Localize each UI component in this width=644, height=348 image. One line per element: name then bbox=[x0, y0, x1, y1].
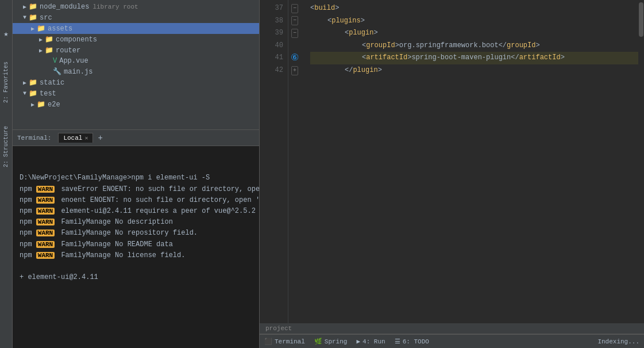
folder-icon-static: 📁 bbox=[29, 78, 37, 87]
tree-label-src: src bbox=[40, 14, 52, 22]
terminal-toolbar-label: Terminal bbox=[275, 338, 305, 345]
code-line-37: <build> bbox=[310, 2, 638, 15]
terminal-toolbar-icon: ⬛ bbox=[264, 338, 272, 345]
favorites-star-icon[interactable]: ★ bbox=[3, 29, 8, 39]
tree-label-app-vue: App.vue bbox=[59, 57, 88, 65]
folder-icon-node-modules: 📁 bbox=[29, 2, 37, 11]
tree-arrow-static: ▶ bbox=[21, 79, 29, 86]
side-label-favorites[interactable]: 2: Favorites bbox=[3, 62, 9, 103]
tree-label-static: static bbox=[40, 79, 64, 87]
tree-suffix-node-modules: library root bbox=[92, 3, 138, 10]
folder-icon-router: 📁 bbox=[45, 46, 53, 55]
side-label-structure[interactable]: 2: Structure bbox=[3, 126, 9, 167]
run-toolbar-label: 4: Run bbox=[363, 338, 385, 345]
folder-icon-e2e: 📁 bbox=[37, 100, 45, 109]
toolbar-spring[interactable]: 🌿 Spring bbox=[314, 338, 348, 345]
code-line-40: <groupId>org.springframework.boot</group… bbox=[310, 40, 638, 52]
tree-item-src[interactable]: ▼ 📁 src bbox=[13, 12, 259, 23]
terminal-tab-close-icon[interactable]: ✕ bbox=[84, 135, 88, 142]
tree-item-e2e[interactable]: ▶ 📁 e2e bbox=[13, 99, 259, 110]
code-editor[interactable]: <build> <plugins> <plugin> <groupId>org.… bbox=[301, 0, 638, 323]
file-tree: ▶ 📁 node_modules library root ▼ 📁 src ▶ … bbox=[13, 0, 259, 129]
todo-toolbar-label: 6: TODO bbox=[403, 338, 429, 345]
line-num-42: 42 bbox=[264, 64, 283, 77]
tree-arrow-node-modules: ▶ bbox=[21, 3, 29, 10]
run-toolbar-icon: ▶ bbox=[356, 338, 360, 345]
tree-label-main-js: main.js bbox=[64, 68, 92, 76]
folder-icon-assets: 📁 bbox=[37, 24, 45, 33]
terminal-label: Terminal: bbox=[17, 135, 51, 142]
terminal-line-blank-2 bbox=[20, 162, 252, 173]
toolbar-status: Indexing... bbox=[597, 338, 639, 345]
terminal-line-warn-4: npm WARN FamilyManage No description bbox=[20, 217, 252, 228]
fold-icon-42[interactable]: + bbox=[291, 66, 298, 75]
folder-icon-test: 📁 bbox=[29, 89, 37, 98]
tree-label-assets: assets bbox=[48, 25, 72, 33]
terminal-line-blank-3 bbox=[20, 261, 252, 272]
fold-icon-39[interactable]: − bbox=[291, 29, 298, 38]
line-num-39: 39 bbox=[264, 27, 283, 40]
line-num-40: 40 bbox=[264, 40, 283, 52]
editor-gutter: − − − ⑥ + bbox=[288, 0, 301, 323]
tree-item-router[interactable]: ▶ 📁 router bbox=[13, 45, 259, 56]
vue-icon-app: V bbox=[53, 57, 57, 65]
gutter-40 bbox=[288, 40, 301, 52]
terminal-section: Terminal: Local ✕ + D:\NewProject\Family… bbox=[13, 129, 259, 348]
tree-label-node-modules: node_modules bbox=[40, 3, 89, 11]
tree-arrow-test: ▼ bbox=[21, 90, 29, 97]
side-panel: ★ 2: Favorites 2: Structure bbox=[0, 0, 13, 348]
gutter-38: − bbox=[288, 15, 301, 28]
code-line-39: <plugin> bbox=[310, 27, 638, 40]
todo-toolbar-icon: ☰ bbox=[395, 338, 400, 345]
terminal-tabs-bar: Terminal: Local ✕ + bbox=[13, 130, 259, 146]
tree-arrow-components: ▶ bbox=[37, 36, 45, 43]
tree-arrow-assets: ▶ bbox=[29, 25, 37, 32]
indexing-status: Indexing... bbox=[597, 338, 639, 345]
terminal-line-prompt: D:\NewProject\FamilyManage>npm i element… bbox=[20, 173, 252, 183]
terminal-line-warn-6: npm WARN FamilyManage No README data bbox=[20, 239, 252, 250]
terminal-tab-add-button[interactable]: + bbox=[95, 133, 105, 143]
folder-icon-components: 📁 bbox=[45, 35, 53, 44]
terminal-line-warn-7: npm WARN FamilyManage No license field. bbox=[20, 250, 252, 261]
tree-item-assets[interactable]: ▶ 📁 assets bbox=[13, 23, 259, 34]
fold-icon-38[interactable]: − bbox=[291, 16, 298, 25]
tree-label-components: components bbox=[56, 36, 97, 44]
gutter-42: + bbox=[288, 64, 301, 77]
bottom-toolbar: ⬛ Terminal 🌿 Spring ▶ 4: Run ☰ 6: TODO I… bbox=[260, 334, 644, 348]
terminal-line-result: + element-ui@2.4.11 bbox=[20, 272, 252, 283]
breadcrumb-text: project bbox=[265, 325, 292, 332]
tree-item-static[interactable]: ▶ 📁 static bbox=[13, 77, 259, 88]
bookmark-icon-41: ⑥ bbox=[291, 53, 299, 63]
terminal-line-blank-1 bbox=[20, 151, 252, 162]
tree-item-components[interactable]: ▶ 📁 components bbox=[13, 34, 259, 45]
tree-item-main-js[interactable]: 🔧 main.js bbox=[13, 66, 259, 77]
line-num-38: 38 bbox=[264, 15, 283, 28]
editor-area: 37 38 39 40 41 42 − − − bbox=[260, 0, 644, 348]
tree-item-node-modules[interactable]: ▶ 📁 node_modules library root bbox=[13, 1, 259, 12]
tree-item-test[interactable]: ▼ 📁 test bbox=[13, 88, 259, 99]
tree-label-router: router bbox=[56, 47, 80, 55]
terminal-line-warn-2: npm WARN enoent ENOENT: no such file or … bbox=[20, 195, 252, 206]
toolbar-todo[interactable]: ☰ 6: TODO bbox=[395, 338, 429, 345]
gutter-39: − bbox=[288, 27, 301, 40]
file-tree-sidebar: ▶ 📁 node_modules library root ▼ 📁 src ▶ … bbox=[13, 0, 260, 348]
terminal-tab-local[interactable]: Local ✕ bbox=[58, 133, 93, 143]
editor-scrollbar[interactable] bbox=[638, 0, 644, 323]
line-num-37: 37 bbox=[264, 2, 283, 15]
fold-icon-37[interactable]: − bbox=[291, 4, 298, 13]
code-line-41: <artifactId>spring-boot-maven-plugin</ar… bbox=[310, 52, 638, 64]
line-numbers: 37 38 39 40 41 42 bbox=[260, 0, 288, 323]
gutter-41: ⑥ bbox=[288, 52, 301, 64]
tree-arrow-src: ▼ bbox=[21, 14, 29, 21]
tree-item-app-vue[interactable]: V App.vue bbox=[13, 56, 259, 66]
folder-icon-src: 📁 bbox=[29, 13, 37, 22]
scrollbar-thumb[interactable] bbox=[639, 2, 643, 37]
breadcrumb: project bbox=[260, 323, 644, 334]
terminal-line-warn-3: npm WARN element-ui@2.4.11 requires a pe… bbox=[20, 206, 252, 217]
spring-toolbar-icon: 🌿 bbox=[314, 338, 322, 345]
terminal-tab-local-label: Local bbox=[63, 135, 82, 142]
terminal-line-warn-5: npm WARN FamilyManage No repository fiel… bbox=[20, 228, 252, 239]
toolbar-run[interactable]: ▶ 4: Run bbox=[356, 338, 385, 345]
editor-content: 37 38 39 40 41 42 − − − bbox=[260, 0, 644, 323]
toolbar-terminal[interactable]: ⬛ Terminal bbox=[264, 338, 305, 345]
